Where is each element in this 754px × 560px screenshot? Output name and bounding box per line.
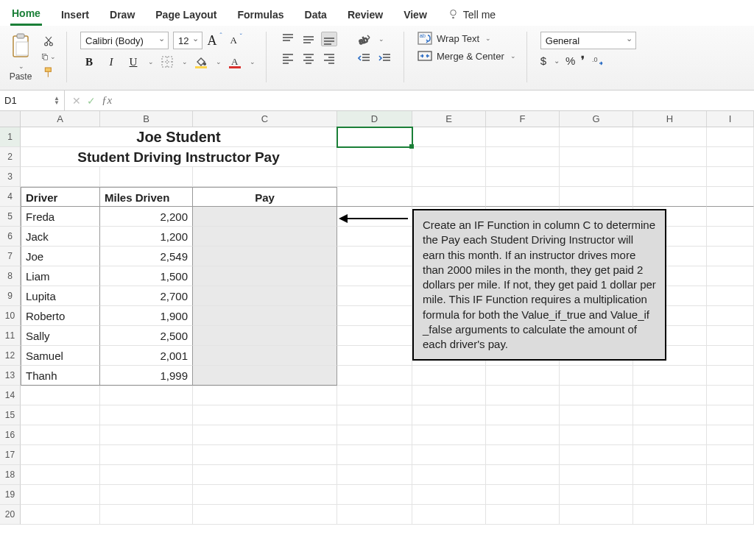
col-header-C[interactable]: C <box>193 111 337 127</box>
cell-B18[interactable] <box>100 465 193 485</box>
cell-F20[interactable] <box>486 505 560 525</box>
cell-H3[interactable] <box>633 167 707 187</box>
row-header-7[interactable]: 7 <box>0 247 21 266</box>
cell-D13[interactable] <box>337 366 412 386</box>
cell-H1[interactable] <box>633 127 707 147</box>
cell-G18[interactable] <box>560 465 633 485</box>
number-format-select[interactable]: General <box>540 32 636 49</box>
align-right-button[interactable] <box>321 51 337 65</box>
cell-A13[interactable]: Thanh <box>21 366 100 386</box>
cell-D11[interactable] <box>337 326 412 346</box>
cell-B11[interactable]: 2,500 <box>100 326 193 346</box>
col-header-E[interactable]: E <box>412 111 486 127</box>
row-header-13[interactable]: 13 <box>0 366 21 386</box>
row-header-1[interactable]: 1 <box>0 127 21 147</box>
row-header-12[interactable]: 12 <box>0 346 21 366</box>
cell-C10[interactable] <box>193 306 337 326</box>
cell-A20[interactable] <box>21 505 100 525</box>
cell-A10[interactable]: Roberto <box>21 306 100 326</box>
col-header-I[interactable]: I <box>707 111 754 127</box>
cell-E2[interactable] <box>412 147 486 167</box>
tab-page-layout[interactable]: Page Layout <box>154 6 218 25</box>
row-header-2[interactable]: 2 <box>0 147 21 167</box>
tab-data[interactable]: Data <box>303 6 328 25</box>
cell-I3[interactable] <box>707 167 754 187</box>
align-middle-button[interactable] <box>300 32 317 46</box>
increase-decimal-button[interactable]: .0 <box>591 54 605 67</box>
tab-view[interactable]: View <box>402 6 429 25</box>
accounting-format-button[interactable]: $ <box>540 54 546 67</box>
name-box-spinner[interactable]: ▲▼ <box>54 96 60 105</box>
cell-F16[interactable] <box>486 425 560 445</box>
cell-I18[interactable] <box>707 465 754 485</box>
cell-B4[interactable]: Miles Driven <box>100 187 193 207</box>
cell-B9[interactable]: 2,700 <box>100 286 193 306</box>
cell-H17[interactable] <box>633 445 707 465</box>
cell-I1[interactable] <box>707 127 754 147</box>
cell-B15[interactable] <box>100 405 193 425</box>
cell-F17[interactable] <box>486 445 560 465</box>
cell-A15[interactable] <box>21 405 100 425</box>
cancel-formula-button[interactable]: ✕ <box>72 95 81 107</box>
cell-E1[interactable] <box>412 127 486 147</box>
cell-G20[interactable] <box>560 505 633 525</box>
cell-E4[interactable] <box>412 187 486 207</box>
row-header-3[interactable]: 3 <box>0 167 21 187</box>
row-header-4[interactable]: 4 <box>0 187 21 207</box>
cell-E15[interactable] <box>412 405 486 425</box>
cell-G16[interactable] <box>560 425 633 445</box>
cell-I16[interactable] <box>707 425 754 445</box>
cell-E17[interactable] <box>412 445 486 465</box>
cell-C4[interactable]: Pay <box>193 187 337 207</box>
cell-H19[interactable] <box>633 485 707 505</box>
cell-I17[interactable] <box>707 445 754 465</box>
cell-A19[interactable] <box>21 485 100 505</box>
cell-C16[interactable] <box>193 425 337 445</box>
cell-G2[interactable] <box>560 147 633 167</box>
cell-A5[interactable]: Freda <box>21 207 100 227</box>
row-header-6[interactable]: 6 <box>0 227 21 247</box>
cell-E19[interactable] <box>412 485 486 505</box>
cell-C7[interactable] <box>193 247 337 266</box>
cell-A9[interactable]: Lupita <box>21 286 100 306</box>
cell-G1[interactable] <box>560 127 633 147</box>
row-header-17[interactable]: 17 <box>0 445 21 465</box>
cell-I5[interactable] <box>707 207 754 227</box>
cell-E18[interactable] <box>412 465 486 485</box>
cell-G13[interactable] <box>560 366 633 386</box>
copy-button[interactable]: ⌄ <box>41 50 56 63</box>
cell-F1[interactable] <box>486 127 560 147</box>
align-top-button[interactable] <box>280 32 296 46</box>
cell-D18[interactable] <box>337 465 412 485</box>
cell-H15[interactable] <box>633 405 707 425</box>
row-header-14[interactable]: 14 <box>0 386 21 405</box>
col-header-A[interactable]: A <box>21 111 100 127</box>
cell-E14[interactable] <box>412 386 486 405</box>
col-header-G[interactable]: G <box>560 111 633 127</box>
format-painter-button[interactable] <box>41 65 56 79</box>
cell-B12[interactable]: 2,001 <box>100 346 193 366</box>
bold-button[interactable]: B <box>80 54 98 70</box>
tab-review[interactable]: Review <box>346 6 384 25</box>
cell-F4[interactable] <box>486 187 560 207</box>
cell-D4[interactable] <box>337 187 412 207</box>
row-header-19[interactable]: 19 <box>0 485 21 505</box>
cell-F18[interactable] <box>486 465 560 485</box>
cut-button[interactable] <box>41 35 56 48</box>
cell-B10[interactable]: 1,900 <box>100 306 193 326</box>
cell-G17[interactable] <box>560 445 633 465</box>
cell-C18[interactable] <box>193 465 337 485</box>
cell-C13[interactable] <box>193 366 337 386</box>
row-header-18[interactable]: 18 <box>0 465 21 485</box>
col-header-F[interactable]: F <box>486 111 560 127</box>
select-all-corner[interactable] <box>0 111 21 127</box>
cell-H18[interactable] <box>633 465 707 485</box>
title-cell-2[interactable]: Student Driving Instructor Pay <box>21 147 337 167</box>
cell-F3[interactable] <box>486 167 560 187</box>
fill-color-button[interactable] <box>192 54 210 70</box>
cell-C12[interactable] <box>193 346 337 366</box>
cell-A8[interactable]: Liam <box>21 266 100 286</box>
cell-D17[interactable] <box>337 445 412 465</box>
formula-input[interactable] <box>119 91 754 110</box>
tab-draw[interactable]: Draw <box>108 6 136 25</box>
